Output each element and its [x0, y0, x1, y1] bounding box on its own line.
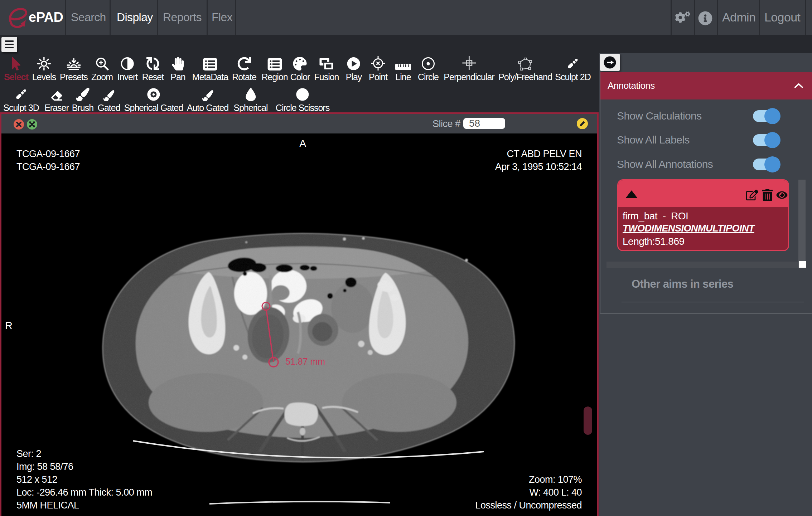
svg-text:51.87 mm: 51.87 mm — [285, 356, 325, 366]
